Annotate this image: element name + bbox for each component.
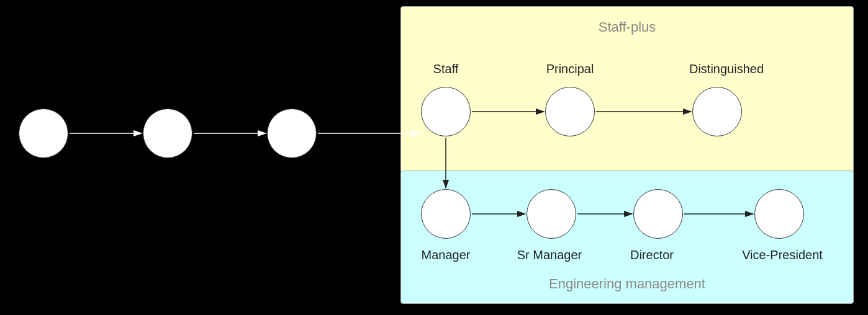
label-staff: Staff [421, 62, 471, 76]
label-vp: Vice-President [736, 248, 829, 262]
label-distinguished: Distinguished [677, 62, 776, 76]
circle-vp [754, 189, 804, 239]
engmgmt-label: Engineering management [401, 276, 853, 292]
staffplus-label: Staff-plus [401, 19, 853, 35]
circle-srmanager [527, 189, 576, 239]
circle-distinguished [692, 87, 742, 136]
circle-ic2 [143, 109, 192, 158]
circle-ic3 [267, 109, 317, 158]
diagram-container: Staff-plus Engineering management Staff … [0, 0, 868, 315]
circle-manager [421, 189, 471, 239]
staffplus-box: Staff-plus [400, 6, 854, 174]
circle-staff [421, 87, 471, 136]
label-srmanager: Sr Manager [509, 248, 590, 262]
circle-director [633, 189, 683, 239]
label-principal: Principal [533, 62, 607, 76]
label-manager: Manager [409, 248, 483, 262]
circle-ic1 [19, 109, 68, 158]
label-director: Director [621, 248, 683, 262]
circle-principal [545, 87, 595, 136]
